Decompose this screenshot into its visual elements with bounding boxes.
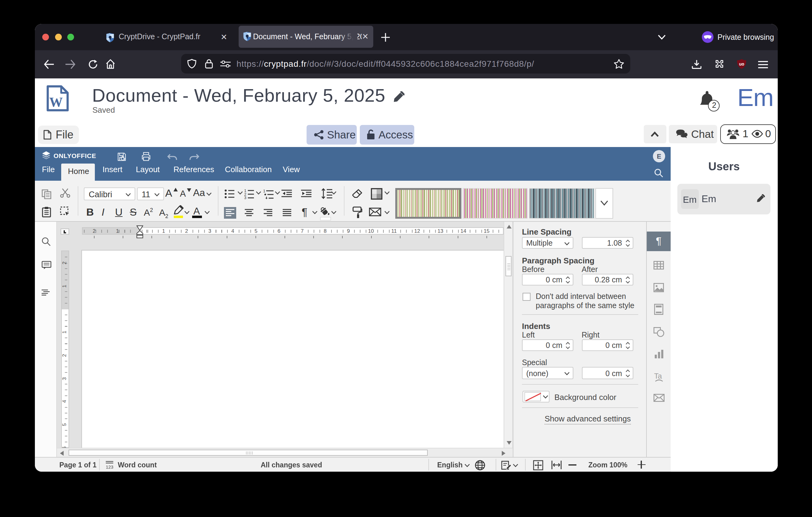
svg-text:Ta: Ta [654,372,662,380]
svg-text:123: 123 [106,465,113,469]
svg-text:1: 1 [263,188,265,193]
svg-text:3: 3 [244,195,246,199]
svg-text:W: W [49,94,62,110]
svg-text:uo: uo [739,61,744,66]
